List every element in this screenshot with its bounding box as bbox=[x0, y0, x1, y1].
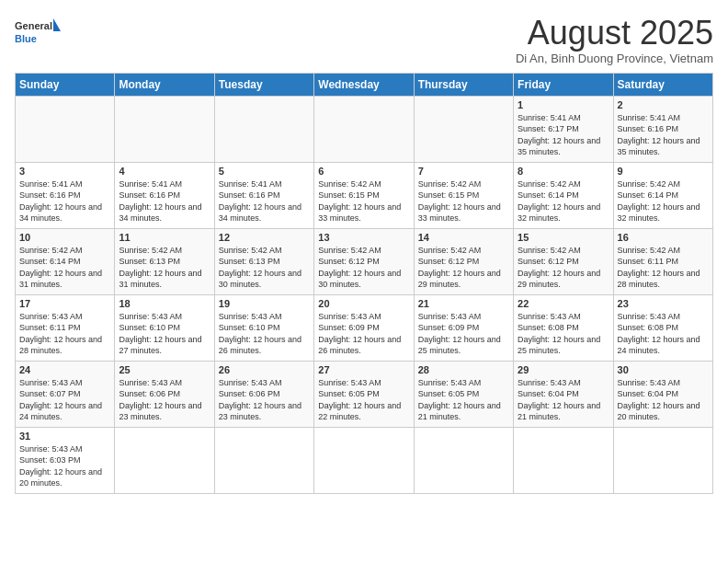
table-row: 28Sunrise: 5:43 AM Sunset: 6:05 PM Dayli… bbox=[414, 361, 513, 427]
day-number: 13 bbox=[318, 232, 409, 243]
day-number: 14 bbox=[418, 232, 509, 243]
svg-text:Blue: Blue bbox=[15, 33, 37, 44]
table-row: 7Sunrise: 5:42 AM Sunset: 6:15 PM Daylig… bbox=[414, 162, 513, 228]
table-row: 21Sunrise: 5:43 AM Sunset: 6:09 PM Dayli… bbox=[414, 294, 513, 361]
header-saturday: Saturday bbox=[613, 73, 712, 96]
table-row bbox=[115, 427, 214, 493]
calendar-week-row: 24Sunrise: 5:43 AM Sunset: 6:07 PM Dayli… bbox=[16, 361, 713, 427]
table-row: 15Sunrise: 5:42 AM Sunset: 6:12 PM Dayli… bbox=[514, 228, 613, 294]
table-row bbox=[214, 427, 313, 493]
day-number: 20 bbox=[318, 298, 409, 309]
day-number: 7 bbox=[418, 166, 509, 177]
day-number: 24 bbox=[19, 364, 110, 375]
calendar-week-row: 1Sunrise: 5:41 AM Sunset: 6:17 PM Daylig… bbox=[16, 96, 713, 162]
logo-svg: General Blue bbox=[15, 15, 61, 52]
day-number: 19 bbox=[219, 298, 310, 309]
table-row bbox=[16, 96, 115, 162]
calendar-subtitle: Di An, Binh Duong Province, Vietnam bbox=[516, 52, 713, 65]
day-info: Sunrise: 5:42 AM Sunset: 6:12 PM Dayligh… bbox=[518, 245, 609, 291]
day-number: 31 bbox=[19, 431, 110, 442]
table-row bbox=[314, 427, 414, 493]
table-row: 16Sunrise: 5:42 AM Sunset: 6:11 PM Dayli… bbox=[613, 228, 712, 294]
table-row: 4Sunrise: 5:41 AM Sunset: 6:16 PM Daylig… bbox=[115, 162, 214, 228]
day-number: 30 bbox=[618, 364, 709, 375]
title-area: August 2025 Di An, Binh Duong Province, … bbox=[516, 15, 713, 65]
table-row: 19Sunrise: 5:43 AM Sunset: 6:10 PM Dayli… bbox=[214, 294, 313, 361]
day-info: Sunrise: 5:41 AM Sunset: 6:16 PM Dayligh… bbox=[119, 178, 210, 224]
day-number: 18 bbox=[119, 298, 210, 309]
calendar-title: August 2025 bbox=[516, 15, 713, 52]
day-info: Sunrise: 5:43 AM Sunset: 6:06 PM Dayligh… bbox=[219, 377, 310, 423]
day-number: 22 bbox=[518, 298, 609, 309]
day-info: Sunrise: 5:42 AM Sunset: 6:11 PM Dayligh… bbox=[618, 245, 709, 291]
day-info: Sunrise: 5:41 AM Sunset: 6:16 PM Dayligh… bbox=[219, 178, 310, 224]
table-row: 3Sunrise: 5:41 AM Sunset: 6:16 PM Daylig… bbox=[16, 162, 115, 228]
day-info: Sunrise: 5:42 AM Sunset: 6:15 PM Dayligh… bbox=[418, 178, 509, 224]
day-info: Sunrise: 5:42 AM Sunset: 6:14 PM Dayligh… bbox=[19, 245, 110, 291]
day-info: Sunrise: 5:43 AM Sunset: 6:07 PM Dayligh… bbox=[19, 377, 110, 423]
day-number: 27 bbox=[318, 364, 409, 375]
table-row: 17Sunrise: 5:43 AM Sunset: 6:11 PM Dayli… bbox=[16, 294, 115, 361]
table-row: 12Sunrise: 5:42 AM Sunset: 6:13 PM Dayli… bbox=[214, 228, 313, 294]
table-row: 29Sunrise: 5:43 AM Sunset: 6:04 PM Dayli… bbox=[514, 361, 613, 427]
calendar-table: Sunday Monday Tuesday Wednesday Thursday… bbox=[15, 73, 713, 494]
day-info: Sunrise: 5:42 AM Sunset: 6:14 PM Dayligh… bbox=[518, 178, 609, 224]
header-sunday: Sunday bbox=[16, 73, 115, 96]
calendar-week-row: 31Sunrise: 5:43 AM Sunset: 6:03 PM Dayli… bbox=[16, 427, 713, 493]
table-row: 24Sunrise: 5:43 AM Sunset: 6:07 PM Dayli… bbox=[16, 361, 115, 427]
day-info: Sunrise: 5:43 AM Sunset: 6:09 PM Dayligh… bbox=[318, 311, 409, 357]
day-number: 1 bbox=[518, 99, 609, 110]
day-info: Sunrise: 5:43 AM Sunset: 6:06 PM Dayligh… bbox=[119, 377, 210, 423]
day-info: Sunrise: 5:42 AM Sunset: 6:13 PM Dayligh… bbox=[219, 245, 310, 291]
header-friday: Friday bbox=[514, 73, 613, 96]
header-thursday: Thursday bbox=[414, 73, 513, 96]
header: General Blue August 2025 Di An, Binh Duo… bbox=[15, 15, 713, 65]
calendar-week-row: 3Sunrise: 5:41 AM Sunset: 6:16 PM Daylig… bbox=[16, 162, 713, 228]
table-row: 8Sunrise: 5:42 AM Sunset: 6:14 PM Daylig… bbox=[514, 162, 613, 228]
day-info: Sunrise: 5:43 AM Sunset: 6:09 PM Dayligh… bbox=[418, 311, 509, 357]
day-info: Sunrise: 5:43 AM Sunset: 6:04 PM Dayligh… bbox=[618, 377, 709, 423]
table-row bbox=[115, 96, 214, 162]
day-number: 10 bbox=[19, 232, 110, 243]
day-number: 17 bbox=[19, 298, 110, 309]
table-row: 22Sunrise: 5:43 AM Sunset: 6:08 PM Dayli… bbox=[514, 294, 613, 361]
day-info: Sunrise: 5:41 AM Sunset: 6:16 PM Dayligh… bbox=[618, 112, 709, 158]
table-row: 23Sunrise: 5:43 AM Sunset: 6:08 PM Dayli… bbox=[613, 294, 712, 361]
table-row: 11Sunrise: 5:42 AM Sunset: 6:13 PM Dayli… bbox=[115, 228, 214, 294]
table-row bbox=[613, 427, 712, 493]
table-row bbox=[314, 96, 414, 162]
day-number: 21 bbox=[418, 298, 509, 309]
table-row bbox=[414, 427, 513, 493]
table-row: 14Sunrise: 5:42 AM Sunset: 6:12 PM Dayli… bbox=[414, 228, 513, 294]
svg-text:General: General bbox=[15, 20, 52, 31]
day-number: 11 bbox=[119, 232, 210, 243]
day-info: Sunrise: 5:42 AM Sunset: 6:15 PM Dayligh… bbox=[318, 178, 409, 224]
header-wednesday: Wednesday bbox=[314, 73, 414, 96]
day-info: Sunrise: 5:42 AM Sunset: 6:14 PM Dayligh… bbox=[618, 178, 709, 224]
day-info: Sunrise: 5:41 AM Sunset: 6:16 PM Dayligh… bbox=[19, 178, 110, 224]
table-row: 13Sunrise: 5:42 AM Sunset: 6:12 PM Dayli… bbox=[314, 228, 414, 294]
table-row bbox=[414, 96, 513, 162]
logo: General Blue bbox=[15, 15, 61, 52]
day-number: 8 bbox=[518, 166, 609, 177]
day-info: Sunrise: 5:43 AM Sunset: 6:05 PM Dayligh… bbox=[418, 377, 509, 423]
table-row: 18Sunrise: 5:43 AM Sunset: 6:10 PM Dayli… bbox=[115, 294, 214, 361]
day-info: Sunrise: 5:43 AM Sunset: 6:11 PM Dayligh… bbox=[19, 311, 110, 357]
day-number: 15 bbox=[518, 232, 609, 243]
table-row: 27Sunrise: 5:43 AM Sunset: 6:05 PM Dayli… bbox=[314, 361, 414, 427]
calendar-week-row: 10Sunrise: 5:42 AM Sunset: 6:14 PM Dayli… bbox=[16, 228, 713, 294]
table-row bbox=[214, 96, 313, 162]
day-info: Sunrise: 5:43 AM Sunset: 6:03 PM Dayligh… bbox=[19, 443, 110, 489]
day-number: 16 bbox=[618, 232, 709, 243]
table-row: 30Sunrise: 5:43 AM Sunset: 6:04 PM Dayli… bbox=[613, 361, 712, 427]
day-number: 28 bbox=[418, 364, 509, 375]
table-row: 6Sunrise: 5:42 AM Sunset: 6:15 PM Daylig… bbox=[314, 162, 414, 228]
table-row: 5Sunrise: 5:41 AM Sunset: 6:16 PM Daylig… bbox=[214, 162, 313, 228]
calendar-week-row: 17Sunrise: 5:43 AM Sunset: 6:11 PM Dayli… bbox=[16, 294, 713, 361]
table-row: 31Sunrise: 5:43 AM Sunset: 6:03 PM Dayli… bbox=[16, 427, 115, 493]
table-row: 26Sunrise: 5:43 AM Sunset: 6:06 PM Dayli… bbox=[214, 361, 313, 427]
day-number: 23 bbox=[618, 298, 709, 309]
table-row: 25Sunrise: 5:43 AM Sunset: 6:06 PM Dayli… bbox=[115, 361, 214, 427]
day-number: 3 bbox=[19, 166, 110, 177]
day-info: Sunrise: 5:43 AM Sunset: 6:08 PM Dayligh… bbox=[518, 311, 609, 357]
